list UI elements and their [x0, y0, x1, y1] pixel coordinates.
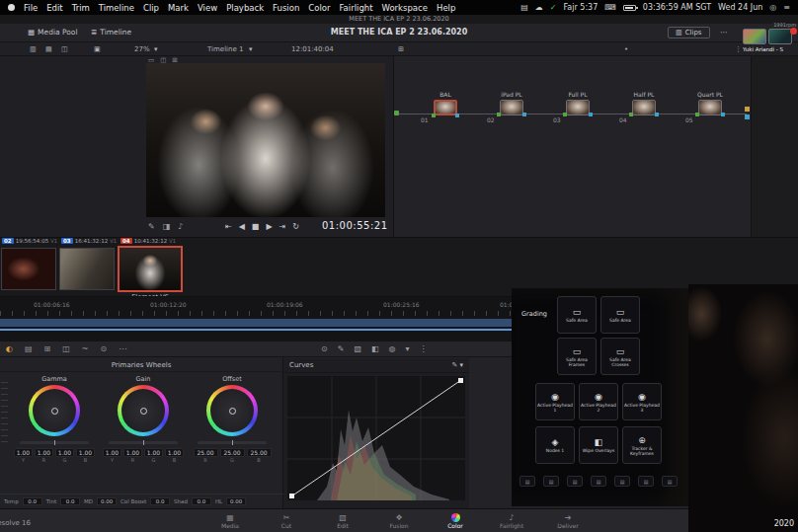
gain-value-g[interactable]: 1.00 — [144, 448, 163, 457]
deck-button-active-playhead-3[interactable]: ◉ Active Playhead 3 — [622, 383, 662, 420]
clip-marker-04[interactable]: 04 10:41:32:12 V1 — [120, 238, 176, 244]
apple-menu-icon[interactable] — [8, 4, 15, 11]
edit-tool-icon[interactable]: ✎ — [148, 222, 155, 231]
page-tab-fairlight[interactable]: ♪ Fairlight — [484, 509, 540, 532]
clip-marker-02[interactable]: 02 19:56:54:05 V1 — [2, 238, 57, 244]
gamma-value-y[interactable]: 1.00 — [14, 448, 33, 457]
tool-more-icon[interactable]: ⋮ — [420, 344, 428, 353]
deck-mini-button-3[interactable]: ▤ — [567, 476, 583, 487]
clip-thumbnail-04-selected[interactable] — [118, 246, 183, 292]
timeline-clip-band[interactable] — [0, 319, 549, 327]
raw-palette-icon[interactable]: ⊞ — [44, 344, 51, 353]
menu-playback[interactable]: Playback — [226, 3, 264, 13]
node-05[interactable]: Quart PL 05 — [685, 91, 735, 123]
gamma-master-slider[interactable] — [20, 441, 89, 444]
curves-palette-icon[interactable]: ~ — [82, 344, 89, 353]
menu-file[interactable]: File — [24, 3, 38, 13]
gain-color-wheel[interactable] — [118, 385, 169, 436]
tool-dropdown-icon[interactable]: ▾ — [406, 344, 410, 353]
offset-color-wheel[interactable] — [206, 385, 258, 436]
md-value[interactable]: 0.00 — [97, 497, 117, 505]
clip-thumbnail-03[interactable] — [59, 248, 115, 290]
cloud-icon[interactable]: ☁ — [535, 3, 543, 12]
deck-button-nodes-1[interactable]: ◈ Nodes 1 — [535, 426, 575, 464]
call-participant-overlay[interactable]: 1991rpm Yuki Ariandi - S — [743, 22, 796, 52]
page-tab-deliver[interactable]: ➔ Deliver — [540, 509, 597, 532]
menubar-clock[interactable]: 03:36:59 AM SGT — [643, 3, 711, 12]
viewer-top-timecode[interactable]: 12:01:40:04 — [291, 45, 334, 53]
node-thumbnail[interactable] — [500, 100, 523, 115]
gamma-value-b[interactable]: 1.00 — [76, 448, 95, 457]
participant-thumbnail-1[interactable] — [743, 29, 766, 44]
battery-icon[interactable] — [623, 5, 636, 11]
blur-tool-icon[interactable]: ◍ — [389, 344, 396, 353]
clips-button[interactable]: ▥ Clips — [668, 27, 710, 38]
menu-view[interactable]: View — [198, 3, 217, 13]
page-tab-edit[interactable]: ▧ Edit — [315, 509, 371, 532]
menu-color[interactable]: Color — [308, 3, 330, 13]
timeline-selector[interactable]: Timeline 1 — [207, 45, 243, 53]
offset-master-slider[interactable] — [198, 441, 267, 444]
qualifier-palette-icon[interactable]: ⊙ — [101, 344, 108, 353]
curves-edit-icon[interactable]: ✎ — [451, 361, 457, 369]
split-view-icon[interactable]: ◫ — [61, 45, 68, 53]
audio-tool-icon[interactable]: ♪ — [178, 222, 183, 231]
wheels-panel-title[interactable]: Primaries Wheels — [0, 358, 282, 372]
col-boost-value[interactable]: 0.0 — [150, 497, 170, 505]
menu-help[interactable]: Help — [437, 3, 455, 13]
step-back-button[interactable]: ◀ — [239, 222, 245, 231]
node-more-icon[interactable]: ⋮ — [735, 45, 742, 53]
palette-more-icon[interactable]: ⋯ — [119, 344, 126, 353]
gain-value-r[interactable]: 1.00 — [123, 448, 142, 457]
grid-view-icon[interactable]: ▥ — [30, 45, 37, 53]
participant-thumbnail-2[interactable] — [768, 29, 792, 44]
menu-timeline[interactable]: Timeline — [99, 3, 134, 13]
node-02[interactable]: iPad PL 02 — [487, 91, 536, 123]
menu-trim[interactable]: Trim — [72, 3, 90, 13]
gamma-value-r[interactable]: 1.00 — [35, 448, 53, 457]
jump-end-button[interactable]: ⇥ — [279, 222, 286, 231]
match-palette-icon[interactable]: ◫ — [62, 344, 70, 353]
prayer-time-label[interactable]: Fajr 5:37 — [563, 3, 598, 12]
node-thumbnail[interactable] — [434, 100, 457, 115]
deck-button-tracker-keyframes[interactable]: ⊕ Tracker & Keyframes — [622, 426, 662, 464]
control-center-icon[interactable]: ≡ — [783, 3, 790, 12]
deck-mini-button-4[interactable]: ▤ — [591, 476, 606, 487]
curves-graph[interactable] — [287, 376, 465, 500]
color-wheels-palette-icon[interactable]: ◐ — [6, 344, 13, 353]
curves-title[interactable]: Curves — [289, 358, 313, 372]
tint-value[interactable]: 0.0 — [60, 497, 80, 505]
stop-button[interactable]: ■ — [252, 222, 260, 231]
deck-button-active-playhead-1[interactable]: ◉ Active Playhead 1 — [535, 383, 575, 420]
gain-master-slider[interactable] — [109, 441, 178, 444]
menu-edit[interactable]: Edit — [46, 3, 62, 13]
node-thumbnail[interactable] — [566, 100, 590, 115]
node-thumbnail[interactable] — [698, 100, 722, 115]
clip-thumbnail-02[interactable] — [1, 248, 56, 290]
frame-tool-icon[interactable]: ◨ — [163, 222, 171, 231]
gamma-color-wheel[interactable] — [29, 385, 80, 436]
offset-value-b[interactable]: 25.00 — [247, 448, 272, 457]
offset-value-r[interactable]: 25.00 — [194, 448, 218, 457]
deck-button-safe-area-2[interactable]: ▭ Safe Area — [600, 296, 640, 334]
offset-value-g[interactable]: 25.00 — [220, 448, 245, 457]
gain-value-b[interactable]: 1.00 — [165, 448, 184, 457]
page-tab-fusion[interactable]: ❖ Fusion — [371, 509, 428, 532]
node-options-dot-icon[interactable]: • — [624, 45, 628, 53]
source-node-dot[interactable] — [394, 111, 399, 115]
deck-mini-button-7[interactable]: ▤ — [662, 476, 678, 487]
menu-fusion[interactable]: Fusion — [273, 3, 299, 13]
page-tab-color[interactable]: Color — [428, 509, 484, 532]
loop-button[interactable]: ↻ — [292, 222, 299, 231]
key-tool-icon[interactable]: ▧ — [354, 344, 361, 353]
header-more-icon[interactable]: ⋯ — [716, 27, 732, 38]
menu-workspace[interactable]: Workspace — [382, 3, 428, 13]
zoom-level[interactable]: 27% — [134, 45, 150, 53]
clip-marker-03[interactable]: 03 16:41:32:12 V1 — [61, 238, 117, 244]
timeline-dropdown-icon[interactable]: ▾ — [249, 45, 253, 53]
deck-button-safe-area-crosses[interactable]: ▭ Safe Area Crosses — [600, 338, 640, 375]
node-01[interactable]: BAL 01 — [421, 91, 470, 123]
flag-icon[interactable]: ▣ — [94, 45, 101, 53]
page-tab-media[interactable]: ▦ Media — [202, 509, 259, 532]
add-node-icon[interactable]: ⊞ — [398, 45, 404, 53]
